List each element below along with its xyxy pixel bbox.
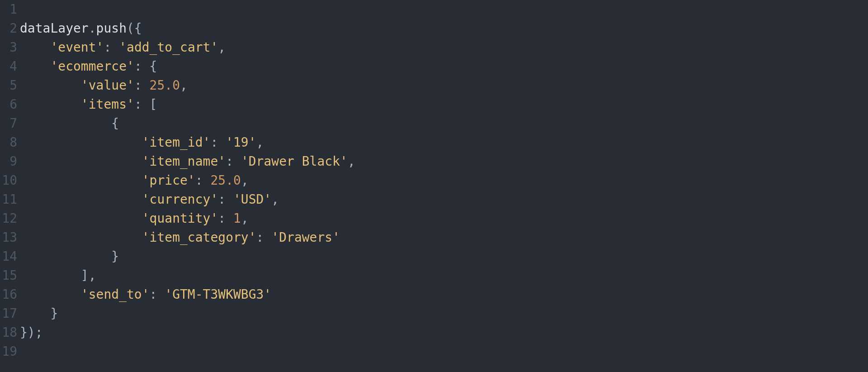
code-token xyxy=(20,154,142,169)
code-token: 1 xyxy=(233,211,241,226)
code-token: : xyxy=(150,287,165,302)
code-token: 25.0 xyxy=(150,78,180,93)
code-token: 'event' xyxy=(50,40,104,55)
code-token: , xyxy=(241,211,249,226)
line-number: 13 xyxy=(0,228,17,247)
code-token: 25.0 xyxy=(210,173,241,188)
line-number: 7 xyxy=(0,114,17,133)
code-token: 'value' xyxy=(81,78,134,93)
code-token: 'item_category' xyxy=(142,230,256,245)
line-number: 19 xyxy=(0,342,17,361)
code-token: 'Drawers' xyxy=(271,230,340,245)
line-number: 2 xyxy=(0,19,17,38)
line-number-gutter: 12345678910111213141516171819 xyxy=(0,0,19,372)
line-number: 10 xyxy=(0,171,17,190)
code-area[interactable]: dataLayer.push({ 'event': 'add_to_cart',… xyxy=(19,0,868,372)
code-token: : xyxy=(218,211,233,226)
code-token: { xyxy=(20,116,119,131)
line-number: 17 xyxy=(0,304,17,323)
code-line[interactable]: { xyxy=(20,114,868,133)
code-token: 'Drawer Black' xyxy=(241,154,348,169)
code-line[interactable]: 'ecommerce': { xyxy=(20,57,868,76)
code-token: . xyxy=(89,21,96,36)
code-token: dataLayer xyxy=(20,21,89,36)
code-token: 'items' xyxy=(81,97,134,112)
line-number: 12 xyxy=(0,209,17,228)
code-token xyxy=(20,40,50,55)
code-token xyxy=(20,192,142,207)
line-number: 18 xyxy=(0,323,17,342)
line-number: 5 xyxy=(0,76,17,95)
line-number: 15 xyxy=(0,266,17,285)
code-token: : xyxy=(256,230,272,245)
code-token: }); xyxy=(20,325,43,340)
code-line[interactable]: 'item_name': 'Drawer Black', xyxy=(20,152,868,171)
code-token xyxy=(20,59,50,74)
code-token: 'send_to' xyxy=(81,287,150,302)
code-line[interactable]: 'item_category': 'Drawers' xyxy=(20,228,868,247)
code-token: , xyxy=(218,40,226,55)
code-token: : xyxy=(195,173,211,188)
code-token: 'USD' xyxy=(233,192,271,207)
code-token: , xyxy=(256,135,264,150)
line-number: 11 xyxy=(0,190,17,209)
line-number: 6 xyxy=(0,95,17,114)
code-token xyxy=(20,78,81,93)
code-token: , xyxy=(241,173,249,188)
code-line[interactable]: }); xyxy=(20,323,868,342)
code-token xyxy=(20,97,81,112)
code-line[interactable]: 'items': [ xyxy=(20,95,868,114)
code-line[interactable]: 'value': 25.0, xyxy=(20,76,868,95)
code-editor[interactable]: 12345678910111213141516171819 dataLayer.… xyxy=(0,0,868,372)
code-line[interactable]: 'item_id': '19', xyxy=(20,133,868,152)
code-token xyxy=(20,135,142,150)
line-number: 3 xyxy=(0,38,17,57)
code-line[interactable]: } xyxy=(20,247,868,266)
code-line[interactable]: ], xyxy=(20,266,868,285)
code-token: : xyxy=(104,40,119,55)
code-token xyxy=(20,230,142,245)
code-token: 'quantity' xyxy=(142,211,218,226)
code-token: } xyxy=(20,306,58,321)
line-number: 8 xyxy=(0,133,17,152)
line-number: 14 xyxy=(0,247,17,266)
code-token: : { xyxy=(134,59,157,74)
code-token: , xyxy=(271,192,279,207)
code-line[interactable] xyxy=(20,0,868,19)
code-token: : xyxy=(218,192,233,207)
code-token: 'add_to_cart' xyxy=(119,40,218,55)
line-number: 1 xyxy=(0,0,17,19)
code-token: push xyxy=(96,21,127,36)
code-line[interactable]: dataLayer.push({ xyxy=(20,19,868,38)
code-token: '19' xyxy=(226,135,256,150)
code-token xyxy=(20,173,142,188)
line-number: 4 xyxy=(0,57,17,76)
code-token: 'ecommerce' xyxy=(50,59,134,74)
code-line[interactable]: 'price': 25.0, xyxy=(20,171,868,190)
code-token: 'GTM-T3WKWBG3' xyxy=(165,287,271,302)
code-line[interactable]: 'send_to': 'GTM-T3WKWBG3' xyxy=(20,285,868,304)
code-token: : xyxy=(226,154,241,169)
code-token: } xyxy=(20,249,119,264)
line-number: 16 xyxy=(0,285,17,304)
code-token: ], xyxy=(20,268,96,283)
code-line[interactable] xyxy=(20,342,868,361)
code-line[interactable]: 'quantity': 1, xyxy=(20,209,868,228)
code-token: : xyxy=(210,135,226,150)
code-token xyxy=(20,211,142,226)
code-token: 'item_name' xyxy=(142,154,226,169)
code-token: : xyxy=(134,78,150,93)
code-token: ({ xyxy=(127,21,142,36)
code-token: 'item_id' xyxy=(142,135,211,150)
code-line[interactable]: 'currency': 'USD', xyxy=(20,190,868,209)
code-line[interactable]: } xyxy=(20,304,868,323)
code-token: , xyxy=(348,154,355,169)
code-token: 'currency' xyxy=(142,192,218,207)
code-token: : [ xyxy=(134,97,157,112)
code-token xyxy=(20,287,81,302)
code-token: 'price' xyxy=(142,173,195,188)
code-token: , xyxy=(180,78,188,93)
line-number: 9 xyxy=(0,152,17,171)
code-line[interactable]: 'event': 'add_to_cart', xyxy=(20,38,868,57)
